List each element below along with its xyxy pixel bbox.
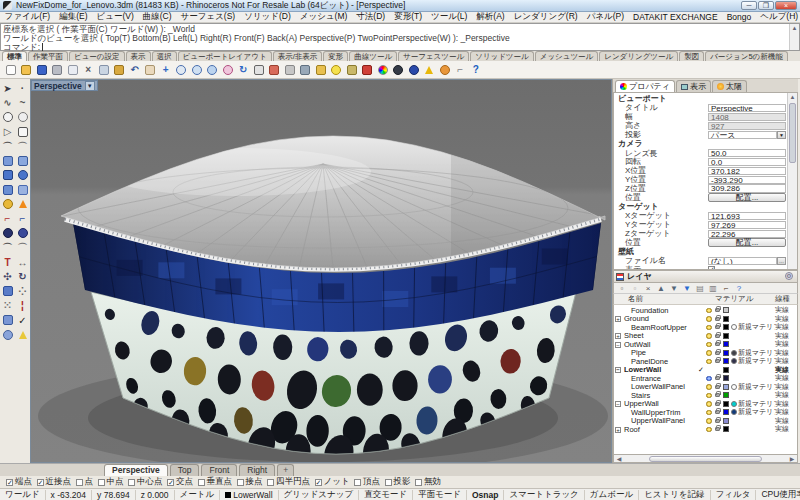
layer-visibility-toggle[interactable]: [705, 410, 713, 416]
scale-tool-icon[interactable]: [0, 284, 15, 299]
layer-expand-toggle[interactable]: −: [614, 365, 622, 374]
layer-material-sphere[interactable]: [730, 401, 738, 407]
layer-visibility-toggle[interactable]: [705, 384, 713, 390]
layer-lock-toggle[interactable]: [713, 308, 721, 312]
property-value-input[interactable]: 50.0: [708, 149, 786, 157]
osnap-checkbox[interactable]: [415, 479, 422, 486]
layer-visibility-toggle[interactable]: [705, 342, 713, 348]
layer-lock-toggle[interactable]: [713, 393, 721, 397]
toolbar-tab[interactable]: バージョン5の新機能: [705, 51, 788, 61]
layer-visibility-toggle[interactable]: [705, 308, 713, 314]
osnap-四半円点[interactable]: 四半円点: [267, 476, 310, 488]
layer-color-swatch[interactable]: [721, 392, 730, 398]
lamp-icon[interactable]: [329, 62, 345, 77]
osnap-checkbox[interactable]: [76, 479, 83, 486]
toolbar-tab[interactable]: サーフェスツール: [398, 51, 469, 61]
layer-visibility-toggle[interactable]: [705, 350, 713, 356]
new-layer-icon[interactable]: ▫: [616, 283, 628, 293]
status-LowerWall[interactable]: LowerWall: [220, 490, 278, 500]
minimize-button[interactable]: ─: [741, 1, 757, 10]
layer-expand-toggle[interactable]: −: [614, 399, 622, 408]
array-tool-icon[interactable]: ⁘: [15, 284, 30, 299]
add-viewport-tab[interactable]: +: [277, 464, 294, 476]
link-tool-icon[interactable]: ⌐: [453, 62, 469, 77]
drill-tool-icon[interactable]: [0, 313, 15, 328]
status-フィルタ[interactable]: フィルタ: [711, 490, 757, 500]
pan-hand-icon[interactable]: [143, 62, 159, 77]
viewport-layout-icon[interactable]: [251, 62, 267, 77]
osnap-checkbox[interactable]: ✓: [6, 479, 13, 486]
layer-row[interactable]: UpperWallPanel実線: [614, 417, 797, 426]
save-icon[interactable]: [34, 62, 50, 77]
render-preview-icon[interactable]: [406, 62, 422, 77]
osnap-中点[interactable]: 中点: [98, 476, 124, 488]
osnap-接点[interactable]: 接点: [237, 476, 263, 488]
layer-color-swatch[interactable]: [721, 307, 730, 313]
status-Osnap[interactable]: Osnap: [467, 490, 504, 500]
layer-color-swatch[interactable]: [721, 333, 730, 339]
status-平面モード[interactable]: 平面モード: [413, 490, 467, 500]
fillet-icon[interactable]: ⌐: [0, 212, 15, 227]
layer-visibility-toggle[interactable]: [705, 418, 713, 424]
arc-icon[interactable]: ⌒: [0, 139, 15, 154]
layer-lock-toggle[interactable]: [713, 376, 721, 380]
layer-material-sphere[interactable]: [730, 409, 738, 415]
layers-hscrollbar[interactable]: ◀▶: [613, 454, 798, 463]
status-ガムボール[interactable]: ガムボール: [585, 490, 639, 500]
column-linetype[interactable]: 線種: [775, 294, 797, 304]
command-scrollbar[interactable]: ▲: [789, 24, 799, 50]
panel-tab-太陽[interactable]: 太陽: [712, 80, 747, 92]
render-globe-icon[interactable]: [391, 62, 407, 77]
layer-visibility-toggle[interactable]: [705, 325, 713, 331]
column-material[interactable]: マテリアル: [715, 294, 775, 304]
layer-row[interactable]: BeamRoofUpper新規マテリア...実線: [614, 323, 797, 332]
single-point-icon[interactable]: ·: [15, 81, 30, 96]
layer-material-sphere[interactable]: [730, 350, 738, 356]
osnap-近接点[interactable]: ✓近接点: [37, 476, 72, 488]
toolbar-tab[interactable]: 変形: [323, 51, 348, 61]
status-スマートトラック[interactable]: スマートトラック: [504, 490, 584, 500]
menu-item[interactable]: 変形(T): [390, 11, 427, 23]
new-file-icon[interactable]: [3, 62, 19, 77]
viewport-menu-arrow-icon[interactable]: ▼: [85, 81, 95, 91]
copy-icon[interactable]: [96, 62, 112, 77]
toolbar-tab[interactable]: 作業平面: [28, 51, 68, 61]
layer-lock-toggle[interactable]: [713, 334, 721, 338]
layer-row[interactable]: Foundation実線: [614, 306, 797, 315]
perspective-viewport[interactable]: Perspective ▼: [30, 79, 612, 463]
osnap-無効[interactable]: 無効: [415, 476, 441, 488]
box-icon[interactable]: [0, 168, 15, 183]
layer-color-swatch[interactable]: [721, 316, 730, 322]
property-value-input[interactable]: 97.269: [708, 221, 786, 229]
chamfer-icon[interactable]: ⌐: [15, 212, 30, 227]
polygon-icon[interactable]: ▷: [0, 125, 15, 140]
menu-item[interactable]: Bongo: [722, 12, 756, 22]
command-area[interactable]: 座標系を選択 ( 作業平面(C) ワールド(W) ): _World ワールドの…: [0, 23, 800, 51]
viewport-tab-top[interactable]: Top: [170, 464, 200, 476]
layer-expand-toggle[interactable]: +: [614, 425, 622, 434]
toolbar-tab[interactable]: 曲線ツール: [349, 51, 397, 61]
toolbar-tab[interactable]: 製図: [679, 51, 704, 61]
viewport-tab-front[interactable]: Front: [201, 464, 237, 476]
trim-icon[interactable]: [298, 62, 314, 77]
layer-lock-toggle[interactable]: [713, 402, 721, 406]
toolbar-tab[interactable]: 標準: [2, 51, 27, 61]
layer-row[interactable]: −LowerWall✓実線: [614, 366, 797, 375]
osnap-checkbox[interactable]: [267, 479, 274, 486]
wrench-settings-icon[interactable]: ⌐: [720, 283, 732, 293]
layer-expand-toggle[interactable]: −: [614, 340, 622, 349]
layer-lock-toggle[interactable]: [713, 351, 721, 355]
layer-visibility-toggle[interactable]: [705, 393, 713, 399]
rectangle-icon[interactable]: [15, 125, 30, 140]
panel-tab-表示[interactable]: 表示: [676, 80, 711, 92]
hide-object-icon[interactable]: [282, 62, 298, 77]
sphere-icon[interactable]: [15, 168, 30, 183]
menu-item[interactable]: 曲線(C): [138, 11, 176, 23]
layer-tools-icon[interactable]: ▤: [694, 283, 706, 293]
toolbar-tab[interactable]: 表示/非表示: [273, 51, 323, 61]
layer-lock-toggle[interactable]: [713, 419, 721, 423]
circle-icon[interactable]: [0, 110, 15, 125]
layer-material-sphere[interactable]: [730, 384, 738, 390]
explode-icon[interactable]: [15, 197, 30, 212]
erase-icon[interactable]: [267, 62, 283, 77]
